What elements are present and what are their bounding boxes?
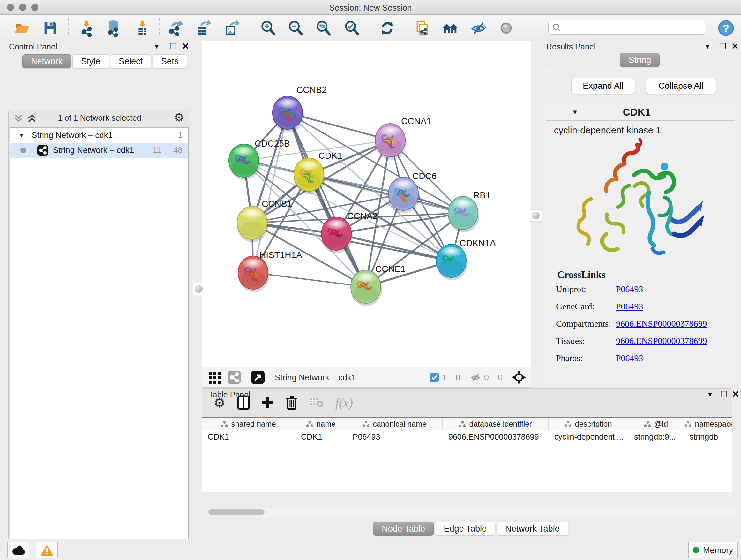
table-panel-collapse-icon[interactable]: ▾: [704, 389, 716, 400]
column-header-canonical-name[interactable]: canonical name: [347, 418, 443, 430]
crosslink-link[interactable]: P06493: [616, 284, 643, 294]
tab-style[interactable]: Style: [72, 54, 109, 68]
cloud-button[interactable]: [7, 542, 29, 558]
network-node-RB1[interactable]: RB1: [448, 190, 490, 233]
warning-button[interactable]: [36, 542, 58, 558]
column-header--id[interactable]: @id: [628, 418, 684, 430]
scrollbar-thumb[interactable]: [208, 509, 265, 515]
zoom-out-button[interactable]: [286, 19, 305, 37]
search-field[interactable]: [548, 20, 706, 35]
table-horizontal-scrollbar[interactable]: [207, 508, 737, 517]
gene-section-header[interactable]: ▼ CDK1: [546, 104, 735, 121]
control-panel-collapse-icon[interactable]: ▾: [151, 41, 162, 52]
crosslink-link[interactable]: 9606.ENSP00000378699: [616, 319, 707, 329]
tab-sets[interactable]: Sets: [152, 54, 187, 68]
eye-button[interactable]: [497, 19, 515, 37]
memory-label: Memory: [703, 545, 733, 555]
search-input[interactable]: [561, 21, 705, 34]
network-node-CCNB1[interactable]: CCNB1: [237, 199, 292, 242]
tab-string[interactable]: String: [620, 53, 660, 67]
results-panel-close-icon[interactable]: ✕: [730, 41, 740, 52]
column-header-name[interactable]: name: [295, 418, 347, 430]
main-toolbar: ?: [0, 15, 741, 41]
export-table-button[interactable]: [194, 19, 212, 37]
add-column-icon[interactable]: [261, 396, 274, 409]
left-splitter-handle[interactable]: [193, 283, 205, 295]
network-row[interactable]: String Network – cdk1 11 48: [10, 143, 188, 158]
network-node-CDKN1A[interactable]: CDKN1A: [436, 238, 496, 280]
node-label: CDC25B: [255, 138, 290, 148]
collection-count: 1: [178, 130, 183, 140]
birds-eye-view-icon[interactable]: [251, 370, 265, 385]
memory-button[interactable]: Memory: [688, 542, 738, 558]
section-expander-icon[interactable]: ▼: [572, 109, 578, 116]
network-collection-row[interactable]: ▼ String Network – cdk1 1: [10, 128, 188, 143]
tab-select[interactable]: Select: [110, 54, 151, 68]
tab-network[interactable]: Network: [22, 54, 71, 68]
network-node-CDC6[interactable]: CDC6: [388, 171, 436, 213]
network-node-CCNB2[interactable]: CCNB2: [273, 85, 327, 132]
network-canvas[interactable]: CCNB2CCNA1CDC25BCDK1CDC6RB1CCNB1CCNA2CDK…: [202, 41, 531, 367]
network-list: ▼ String Network – cdk1 1 String Network…: [10, 127, 189, 560]
collapse-all-button[interactable]: Collapse All: [646, 78, 716, 94]
network-edge-CCNB2-CCNE1[interactable]: [287, 113, 366, 287]
import-network-from-database-button[interactable]: [104, 19, 123, 37]
crosshair-icon[interactable]: [512, 370, 526, 384]
eye-slash-icon: [470, 19, 487, 37]
home-button[interactable]: [441, 19, 460, 37]
table-row[interactable]: CDK1CDK1P064939606.ENSP00000378699cyclin…: [202, 430, 732, 443]
hide-visibility-button[interactable]: [469, 19, 488, 37]
tab-edge-table[interactable]: Edge Table: [435, 522, 495, 536]
network-graph[interactable]: CCNB2CCNA1CDC25BCDK1CDC6RB1CCNB1CCNA2CDK…: [202, 41, 531, 367]
string-view-icon[interactable]: [227, 370, 241, 384]
control-panel-float-icon[interactable]: ❐: [168, 41, 179, 52]
column-header-namespace[interactable]: namespace: [684, 418, 732, 430]
network-list-gear-icon[interactable]: ⚙: [174, 111, 184, 124]
save-icon: [42, 19, 59, 37]
column-header-database-identifier[interactable]: database identifier: [443, 418, 549, 430]
tab-node-table[interactable]: Node Table: [373, 522, 434, 536]
zoom-selected-button[interactable]: [342, 19, 361, 37]
crosslink-link[interactable]: P06493: [616, 353, 643, 363]
network-node-HIST1H1A[interactable]: HIST1H1A: [238, 250, 302, 292]
node-label: HIST1H1A: [259, 250, 302, 260]
crosslink-link[interactable]: 9606.ENSP00000378699: [616, 336, 707, 346]
results-panel-collapse-icon[interactable]: ▾: [702, 41, 713, 52]
table-panel-float-icon[interactable]: ❐: [719, 389, 730, 400]
grid-view-icon[interactable]: [208, 370, 222, 384]
table-cell: cyclin-dependent ...: [549, 430, 628, 443]
network-edge-CCNB2-HIST1H1A[interactable]: [253, 113, 287, 273]
selected-checkbox-icon[interactable]: [429, 373, 439, 382]
import-network-button[interactable]: [77, 19, 96, 37]
control-panel-close-icon[interactable]: ✕: [180, 41, 191, 52]
expand-all-button[interactable]: Expand All: [571, 78, 635, 94]
crosslink-link[interactable]: P06493: [616, 301, 643, 312]
column-header-description[interactable]: description: [549, 418, 628, 430]
import-table-button[interactable]: [133, 19, 151, 37]
expand-collapse-box: Expand All Collapse All: [546, 70, 735, 102]
refresh-button[interactable]: [378, 19, 396, 37]
help-button[interactable]: ?: [717, 19, 735, 37]
network-edge-CCNE1-HIST1H1A[interactable]: [253, 273, 366, 287]
crosslink-label: GeneCard:: [546, 301, 616, 312]
hidden-eye-icon[interactable]: [469, 372, 482, 383]
export-network-button[interactable]: [166, 19, 185, 37]
column-header-shared-name[interactable]: shared name: [202, 418, 295, 430]
refresh-icon: [379, 19, 396, 37]
node-table[interactable]: shared namenamecanonical namedatabase id…: [202, 417, 732, 492]
zoom-in-button[interactable]: [259, 19, 277, 37]
export-image-button[interactable]: [222, 19, 240, 37]
network-node-CDC25B[interactable]: CDC25B: [229, 138, 290, 180]
toolbar-separator: [159, 18, 159, 37]
copy-network-button[interactable]: [413, 19, 431, 37]
table-panel-close-icon[interactable]: ✕: [730, 389, 741, 400]
save-session-button[interactable]: [41, 19, 59, 37]
open-session-button[interactable]: [13, 19, 31, 37]
export-image-icon: [222, 19, 240, 37]
delete-column-icon[interactable]: [286, 395, 298, 410]
toolbar-separator: [425, 370, 425, 384]
collection-expander-icon[interactable]: ▼: [18, 132, 24, 139]
tab-network-table[interactable]: Network Table: [496, 522, 568, 536]
zoom-fit-button[interactable]: [314, 19, 333, 37]
results-panel-float-icon[interactable]: ❐: [718, 41, 728, 52]
